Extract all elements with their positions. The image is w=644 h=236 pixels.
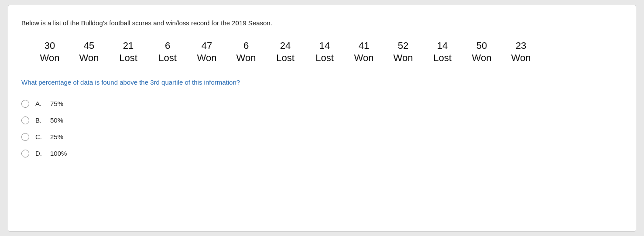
score-col: 21Lost [109, 40, 148, 65]
score-number: 23 [516, 40, 526, 52]
score-number: 30 [45, 40, 55, 52]
score-number: 6 [165, 40, 170, 52]
option-letter: B. [35, 116, 44, 124]
score-number: 45 [84, 40, 94, 52]
score-result: Lost [433, 52, 452, 65]
score-result: Won [197, 52, 217, 65]
option-letter: D. [35, 150, 44, 157]
score-result: Won [511, 52, 531, 65]
radio-button[interactable] [21, 150, 29, 157]
score-number: 50 [476, 40, 487, 52]
option-item[interactable]: B.50% [21, 112, 623, 129]
score-col: 6Lost [148, 40, 187, 65]
score-result: Lost [315, 52, 334, 65]
score-number: 24 [280, 40, 291, 52]
radio-button[interactable] [21, 100, 29, 108]
option-letter: C. [35, 133, 44, 140]
score-col: 24Lost [266, 40, 305, 65]
score-col: 47Won [187, 40, 226, 65]
score-number: 52 [398, 40, 408, 52]
score-number: 41 [359, 40, 369, 52]
scores-table: 30Won45Won21Lost6Lost47Won6Won24Lost14Lo… [30, 40, 623, 65]
score-result: Lost [276, 52, 295, 65]
options-list: A.75%B.50%C.25%D.100% [21, 96, 623, 162]
option-value: 100% [50, 150, 67, 157]
score-number: 6 [243, 40, 249, 52]
score-col: 14Lost [305, 40, 344, 65]
radio-button[interactable] [21, 133, 29, 141]
option-item[interactable]: A.75% [21, 96, 623, 112]
score-result: Won [236, 52, 256, 65]
score-result: Won [394, 52, 413, 65]
intro-text: Below is a list of the Bulldog's footbal… [21, 18, 623, 27]
option-value: 25% [50, 133, 63, 140]
quiz-card: Below is a list of the Bulldog's footbal… [8, 5, 636, 232]
score-number: 47 [202, 40, 212, 52]
option-item[interactable]: D.100% [21, 145, 623, 162]
score-col: 41Won [344, 40, 384, 65]
score-col: 14Lost [423, 40, 462, 65]
score-number: 21 [123, 40, 134, 52]
score-col: 52Won [384, 40, 423, 65]
option-letter: A. [35, 100, 44, 107]
option-value: 50% [50, 116, 63, 124]
score-result: Lost [158, 52, 177, 65]
score-result: Lost [119, 52, 137, 65]
score-number: 14 [437, 40, 448, 52]
score-result: Won [472, 52, 492, 65]
score-col: 23Won [501, 40, 541, 65]
score-col: 50Won [462, 40, 501, 65]
radio-button[interactable] [21, 116, 29, 124]
score-result: Won [354, 52, 374, 65]
option-item[interactable]: C.25% [21, 129, 623, 145]
score-col: 45Won [69, 40, 109, 65]
score-col: 6Won [226, 40, 266, 65]
score-result: Won [79, 52, 99, 65]
score-result: Won [40, 52, 60, 65]
option-value: 75% [50, 100, 63, 107]
score-col: 30Won [30, 40, 69, 65]
score-number: 14 [319, 40, 330, 52]
question-text: What percentage of data is found above t… [21, 79, 623, 86]
